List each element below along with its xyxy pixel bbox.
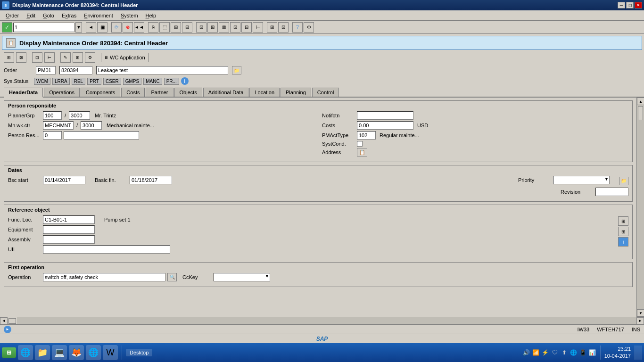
grid-icon[interactable]: ⊞ — [267, 22, 277, 33]
show-desktop-btn[interactable] — [635, 346, 642, 360]
menu-help[interactable]: Help — [142, 12, 160, 19]
systray-icon-4[interactable]: 🛡 — [551, 349, 559, 356]
icon7[interactable]: ⊟ — [241, 22, 252, 33]
h-scroll-thumb[interactable] — [8, 318, 16, 324]
person-res-name[interactable] — [64, 131, 139, 140]
icon5[interactable]: ⊠ — [219, 22, 229, 33]
person-res-val[interactable] — [43, 131, 62, 140]
ref-icon-1[interactable]: ⊞ — [618, 216, 628, 226]
operation-field[interactable] — [43, 273, 165, 281]
minimize-button[interactable]: ─ — [618, 2, 625, 8]
refresh-icon[interactable]: ⟳ — [111, 22, 122, 33]
chart-icon[interactable]: ⊡ — [278, 22, 289, 33]
taskbar-clock[interactable]: 23:21 10-04-2017 — [604, 346, 631, 360]
tab-operations[interactable]: Operations — [44, 88, 80, 97]
taskbar-word-icon[interactable]: W — [103, 345, 118, 360]
nav-history-icon[interactable]: ▣ — [97, 22, 107, 33]
cc-key-field[interactable] — [214, 273, 270, 281]
h-scroll-right-btn[interactable]: ► — [636, 317, 644, 325]
basic-fin-field[interactable] — [130, 176, 172, 184]
systray-icon-1[interactable]: 🔊 — [523, 349, 530, 356]
scroll-thumb[interactable] — [638, 106, 643, 120]
tab-location[interactable]: Location — [249, 88, 280, 97]
icon2[interactable]: ⊟ — [182, 22, 192, 33]
assembly-field[interactable] — [43, 235, 95, 244]
systray-icon-3[interactable]: ⚡ — [542, 349, 549, 356]
systray-icon-7[interactable]: 📱 — [579, 349, 587, 356]
notifctn-field[interactable] — [357, 111, 413, 120]
mn-wk-ctr-val2[interactable] — [81, 121, 102, 130]
taskbar-explorer-icon[interactable]: 📁 — [35, 345, 50, 360]
start-button[interactable]: ⊞ — [2, 347, 16, 358]
icon6[interactable]: ⊡ — [230, 22, 240, 33]
menu-system[interactable]: System — [117, 12, 142, 19]
ref-icon-3[interactable]: i — [618, 237, 628, 247]
tab-control[interactable]: Control — [312, 88, 339, 97]
func-loc-field[interactable] — [43, 215, 95, 224]
menu-extras[interactable]: Extras — [58, 12, 80, 19]
icon8[interactable]: ⊢ — [253, 22, 263, 33]
close-button[interactable]: ✕ — [635, 2, 642, 8]
status-info-icon[interactable]: i — [181, 77, 189, 85]
menu-edit[interactable]: Edit — [23, 12, 39, 19]
tab-header-data[interactable]: HeaderData — [4, 88, 43, 98]
check-icon[interactable]: ✓ — [2, 22, 12, 33]
uii-field[interactable] — [43, 245, 170, 254]
revision-field[interactable] — [595, 188, 628, 196]
dropdown-arrow-btn[interactable]: ▼ — [75, 22, 82, 33]
copy-icon[interactable]: ⎘ — [148, 22, 158, 33]
scroll-up-btn[interactable]: ▲ — [637, 98, 644, 105]
h-scroll-left-btn[interactable]: ◄ — [0, 317, 8, 325]
taskbar-desktop-item[interactable]: Desktop — [126, 349, 152, 356]
systray-icon-5[interactable]: ⬆ — [561, 349, 568, 356]
syst-cond-checkbox[interactable] — [357, 141, 363, 147]
sec-btn-7[interactable]: ⚙ — [85, 52, 95, 63]
ref-icon-2[interactable]: ⊞ — [618, 227, 628, 236]
pm-act-type-code[interactable] — [357, 131, 376, 140]
sec-btn-1[interactable]: ⊞ — [4, 52, 14, 63]
tab-objects[interactable]: Objects — [174, 88, 202, 97]
equipment-field[interactable] — [43, 225, 95, 234]
costs-field[interactable] — [357, 121, 413, 130]
sec-btn-4[interactable]: ⊢ — [44, 52, 55, 63]
stop-icon[interactable]: ⊗ — [123, 22, 133, 33]
planner-grp-val2[interactable] — [69, 111, 90, 120]
sec-btn-2[interactable]: ⊠ — [16, 52, 26, 63]
menu-goto[interactable]: Goto — [39, 12, 58, 19]
sap-nav-icon[interactable]: ► — [4, 326, 11, 333]
tab-planning[interactable]: Planning — [281, 88, 311, 97]
sec-btn-5[interactable]: ✎ — [60, 52, 71, 63]
paste-icon[interactable]: ⬚ — [159, 22, 170, 33]
icon3[interactable]: ⊡ — [196, 22, 206, 33]
nav-first-icon[interactable]: ◄◄ — [134, 22, 144, 33]
systray-icon-8[interactable]: 📊 — [589, 349, 596, 356]
icon1[interactable]: ⊞ — [171, 22, 181, 33]
systray-icon-6[interactable]: 🌐 — [570, 349, 578, 356]
nav-back-icon[interactable]: ◄ — [86, 22, 96, 33]
help-icon[interactable]: ? — [292, 22, 303, 33]
operation-search-icon[interactable]: 🔍 — [167, 273, 177, 281]
tab-costs[interactable]: Costs — [121, 88, 145, 97]
mn-wk-ctr-val1[interactable] — [43, 121, 74, 130]
taskbar-lenovo-icon[interactable]: 💻 — [52, 345, 67, 360]
priority-field[interactable] — [553, 176, 610, 184]
sec-btn-6[interactable]: ⊞ — [73, 52, 83, 63]
tab-partner[interactable]: Partner — [146, 88, 173, 97]
planner-grp-val1[interactable] — [43, 111, 62, 120]
taskbar-ie-icon[interactable]: 🌐 — [18, 345, 33, 360]
taskbar-network-icon[interactable]: 🌐 — [86, 345, 101, 360]
address-icon-btn[interactable]: 📋 — [357, 148, 367, 156]
bsc-start-field[interactable] — [43, 176, 85, 184]
systray-icon-2[interactable]: 📶 — [532, 349, 540, 356]
menu-environment[interactable]: Environment — [80, 12, 117, 19]
menu-order[interactable]: Order — [2, 12, 23, 19]
folder-icon[interactable]: 📁 — [232, 66, 241, 74]
wc-app-button[interactable]: 🖥 WC Application — [101, 53, 149, 62]
icon4[interactable]: ⊞ — [207, 22, 218, 33]
taskbar-firefox-icon[interactable]: 🦊 — [69, 345, 84, 360]
tab-components[interactable]: Components — [81, 88, 120, 97]
restore-button[interactable]: ◻ — [626, 2, 634, 8]
command-input[interactable]: 1 — [13, 23, 74, 32]
dates-folder-icon[interactable]: 📁 — [619, 177, 628, 185]
scroll-down-btn[interactable]: ▼ — [637, 309, 644, 317]
